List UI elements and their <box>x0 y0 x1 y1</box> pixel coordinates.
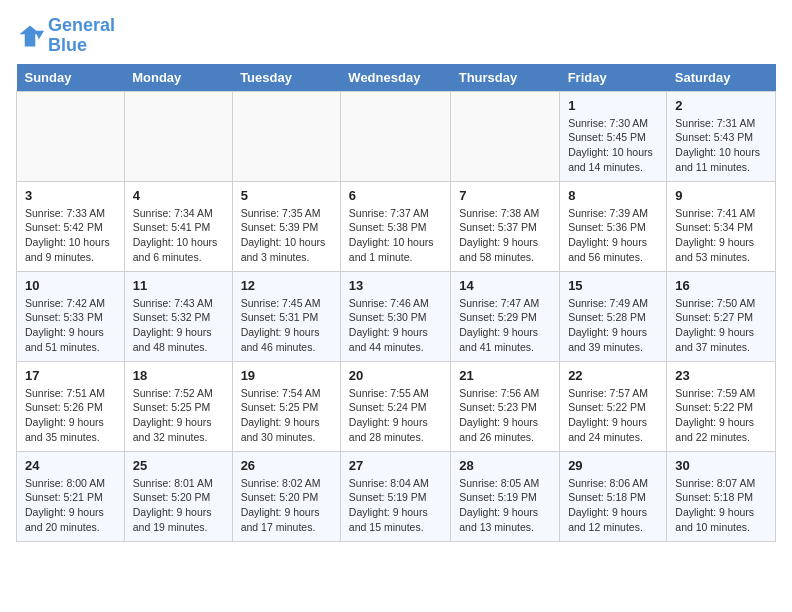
day-info: Sunrise: 7:33 AM Sunset: 5:42 PM Dayligh… <box>25 206 116 265</box>
day-info: Sunrise: 8:00 AM Sunset: 5:21 PM Dayligh… <box>25 476 116 535</box>
calendar-cell: 27Sunrise: 8:04 AM Sunset: 5:19 PM Dayli… <box>340 451 450 541</box>
logo-icon <box>16 22 44 50</box>
day-info: Sunrise: 7:46 AM Sunset: 5:30 PM Dayligh… <box>349 296 442 355</box>
calendar-cell: 4Sunrise: 7:34 AM Sunset: 5:41 PM Daylig… <box>124 181 232 271</box>
calendar-cell: 30Sunrise: 8:07 AM Sunset: 5:18 PM Dayli… <box>667 451 776 541</box>
day-number: 6 <box>349 188 442 203</box>
day-number: 2 <box>675 98 767 113</box>
calendar-cell <box>451 91 560 181</box>
calendar-week-1: 1Sunrise: 7:30 AM Sunset: 5:45 PM Daylig… <box>17 91 776 181</box>
calendar-cell: 21Sunrise: 7:56 AM Sunset: 5:23 PM Dayli… <box>451 361 560 451</box>
calendar-cell: 1Sunrise: 7:30 AM Sunset: 5:45 PM Daylig… <box>560 91 667 181</box>
day-info: Sunrise: 8:01 AM Sunset: 5:20 PM Dayligh… <box>133 476 224 535</box>
day-number: 19 <box>241 368 332 383</box>
day-number: 9 <box>675 188 767 203</box>
day-info: Sunrise: 7:34 AM Sunset: 5:41 PM Dayligh… <box>133 206 224 265</box>
calendar-cell: 15Sunrise: 7:49 AM Sunset: 5:28 PM Dayli… <box>560 271 667 361</box>
day-number: 17 <box>25 368 116 383</box>
day-info: Sunrise: 7:50 AM Sunset: 5:27 PM Dayligh… <box>675 296 767 355</box>
calendar-cell: 11Sunrise: 7:43 AM Sunset: 5:32 PM Dayli… <box>124 271 232 361</box>
calendar-cell: 9Sunrise: 7:41 AM Sunset: 5:34 PM Daylig… <box>667 181 776 271</box>
calendar-cell: 14Sunrise: 7:47 AM Sunset: 5:29 PM Dayli… <box>451 271 560 361</box>
day-info: Sunrise: 7:52 AM Sunset: 5:25 PM Dayligh… <box>133 386 224 445</box>
day-number: 11 <box>133 278 224 293</box>
day-number: 5 <box>241 188 332 203</box>
day-info: Sunrise: 7:35 AM Sunset: 5:39 PM Dayligh… <box>241 206 332 265</box>
weekday-header-friday: Friday <box>560 64 667 92</box>
day-info: Sunrise: 8:04 AM Sunset: 5:19 PM Dayligh… <box>349 476 442 535</box>
calendar-cell: 22Sunrise: 7:57 AM Sunset: 5:22 PM Dayli… <box>560 361 667 451</box>
weekday-header-saturday: Saturday <box>667 64 776 92</box>
weekday-header-monday: Monday <box>124 64 232 92</box>
calendar-cell: 19Sunrise: 7:54 AM Sunset: 5:25 PM Dayli… <box>232 361 340 451</box>
calendar-cell: 12Sunrise: 7:45 AM Sunset: 5:31 PM Dayli… <box>232 271 340 361</box>
day-info: Sunrise: 7:45 AM Sunset: 5:31 PM Dayligh… <box>241 296 332 355</box>
day-number: 3 <box>25 188 116 203</box>
day-number: 25 <box>133 458 224 473</box>
calendar-cell: 26Sunrise: 8:02 AM Sunset: 5:20 PM Dayli… <box>232 451 340 541</box>
calendar-cell <box>124 91 232 181</box>
day-number: 24 <box>25 458 116 473</box>
calendar-cell: 25Sunrise: 8:01 AM Sunset: 5:20 PM Dayli… <box>124 451 232 541</box>
day-number: 12 <box>241 278 332 293</box>
calendar-cell: 29Sunrise: 8:06 AM Sunset: 5:18 PM Dayli… <box>560 451 667 541</box>
day-info: Sunrise: 7:59 AM Sunset: 5:22 PM Dayligh… <box>675 386 767 445</box>
day-number: 30 <box>675 458 767 473</box>
calendar-cell: 10Sunrise: 7:42 AM Sunset: 5:33 PM Dayli… <box>17 271 125 361</box>
day-number: 26 <box>241 458 332 473</box>
day-number: 27 <box>349 458 442 473</box>
calendar-cell: 28Sunrise: 8:05 AM Sunset: 5:19 PM Dayli… <box>451 451 560 541</box>
day-info: Sunrise: 7:41 AM Sunset: 5:34 PM Dayligh… <box>675 206 767 265</box>
day-info: Sunrise: 7:54 AM Sunset: 5:25 PM Dayligh… <box>241 386 332 445</box>
day-info: Sunrise: 7:49 AM Sunset: 5:28 PM Dayligh… <box>568 296 658 355</box>
calendar-cell: 18Sunrise: 7:52 AM Sunset: 5:25 PM Dayli… <box>124 361 232 451</box>
day-number: 28 <box>459 458 551 473</box>
svg-marker-0 <box>20 25 41 46</box>
logo-text: General Blue <box>48 16 115 56</box>
calendar-cell <box>17 91 125 181</box>
calendar-cell: 6Sunrise: 7:37 AM Sunset: 5:38 PM Daylig… <box>340 181 450 271</box>
day-info: Sunrise: 7:38 AM Sunset: 5:37 PM Dayligh… <box>459 206 551 265</box>
logo: General Blue <box>16 16 115 56</box>
day-number: 1 <box>568 98 658 113</box>
day-number: 16 <box>675 278 767 293</box>
day-number: 13 <box>349 278 442 293</box>
weekday-header-wednesday: Wednesday <box>340 64 450 92</box>
day-number: 23 <box>675 368 767 383</box>
weekday-row: SundayMondayTuesdayWednesdayThursdayFrid… <box>17 64 776 92</box>
calendar-cell: 5Sunrise: 7:35 AM Sunset: 5:39 PM Daylig… <box>232 181 340 271</box>
weekday-header-sunday: Sunday <box>17 64 125 92</box>
day-info: Sunrise: 7:57 AM Sunset: 5:22 PM Dayligh… <box>568 386 658 445</box>
day-info: Sunrise: 7:55 AM Sunset: 5:24 PM Dayligh… <box>349 386 442 445</box>
calendar-week-2: 3Sunrise: 7:33 AM Sunset: 5:42 PM Daylig… <box>17 181 776 271</box>
calendar-cell: 3Sunrise: 7:33 AM Sunset: 5:42 PM Daylig… <box>17 181 125 271</box>
header: General Blue <box>16 16 776 56</box>
weekday-header-thursday: Thursday <box>451 64 560 92</box>
day-info: Sunrise: 7:43 AM Sunset: 5:32 PM Dayligh… <box>133 296 224 355</box>
day-number: 20 <box>349 368 442 383</box>
calendar-cell: 16Sunrise: 7:50 AM Sunset: 5:27 PM Dayli… <box>667 271 776 361</box>
day-number: 29 <box>568 458 658 473</box>
day-info: Sunrise: 7:31 AM Sunset: 5:43 PM Dayligh… <box>675 116 767 175</box>
day-info: Sunrise: 8:02 AM Sunset: 5:20 PM Dayligh… <box>241 476 332 535</box>
calendar-cell: 20Sunrise: 7:55 AM Sunset: 5:24 PM Dayli… <box>340 361 450 451</box>
calendar-cell: 17Sunrise: 7:51 AM Sunset: 5:26 PM Dayli… <box>17 361 125 451</box>
day-number: 8 <box>568 188 658 203</box>
calendar-week-4: 17Sunrise: 7:51 AM Sunset: 5:26 PM Dayli… <box>17 361 776 451</box>
calendar-cell: 2Sunrise: 7:31 AM Sunset: 5:43 PM Daylig… <box>667 91 776 181</box>
calendar-week-5: 24Sunrise: 8:00 AM Sunset: 5:21 PM Dayli… <box>17 451 776 541</box>
day-info: Sunrise: 8:07 AM Sunset: 5:18 PM Dayligh… <box>675 476 767 535</box>
calendar-cell: 7Sunrise: 7:38 AM Sunset: 5:37 PM Daylig… <box>451 181 560 271</box>
day-info: Sunrise: 7:56 AM Sunset: 5:23 PM Dayligh… <box>459 386 551 445</box>
calendar-cell: 13Sunrise: 7:46 AM Sunset: 5:30 PM Dayli… <box>340 271 450 361</box>
day-info: Sunrise: 8:06 AM Sunset: 5:18 PM Dayligh… <box>568 476 658 535</box>
day-info: Sunrise: 7:37 AM Sunset: 5:38 PM Dayligh… <box>349 206 442 265</box>
day-number: 14 <box>459 278 551 293</box>
calendar-cell: 23Sunrise: 7:59 AM Sunset: 5:22 PM Dayli… <box>667 361 776 451</box>
day-number: 22 <box>568 368 658 383</box>
calendar-table: SundayMondayTuesdayWednesdayThursdayFrid… <box>16 64 776 542</box>
calendar-body: 1Sunrise: 7:30 AM Sunset: 5:45 PM Daylig… <box>17 91 776 541</box>
calendar-cell <box>232 91 340 181</box>
calendar-cell <box>340 91 450 181</box>
day-info: Sunrise: 7:30 AM Sunset: 5:45 PM Dayligh… <box>568 116 658 175</box>
